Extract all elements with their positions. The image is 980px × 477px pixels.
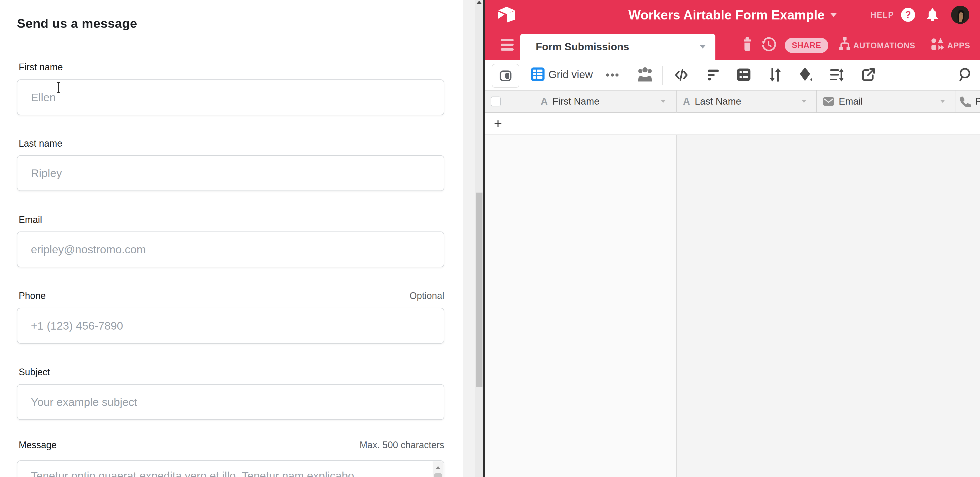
column-caret-icon[interactable] xyxy=(801,100,807,103)
phone-input[interactable] xyxy=(17,308,444,344)
hide-fields-icon[interactable] xyxy=(675,68,688,83)
menu-hamburger-icon[interactable] xyxy=(501,39,514,51)
grid-view-icon[interactable] xyxy=(531,68,544,82)
sort-icon[interactable] xyxy=(768,67,781,84)
column-header-email[interactable]: Email xyxy=(823,90,863,113)
page-gutter xyxy=(463,0,475,477)
history-icon[interactable] xyxy=(761,37,776,54)
column-header-first-name[interactable]: A First Name xyxy=(541,90,599,113)
filter-icon[interactable] xyxy=(706,68,720,83)
column-caret-icon[interactable] xyxy=(660,100,666,103)
collaborators-icon[interactable] xyxy=(637,67,653,85)
help-button[interactable]: HELP xyxy=(870,10,894,20)
window-divider xyxy=(483,0,485,477)
email-label: Email xyxy=(19,214,42,225)
message-charlimit-note: Max. 500 characters xyxy=(360,440,444,450)
apps-button[interactable]: APPS xyxy=(947,41,970,50)
email-field-type-icon xyxy=(823,97,834,106)
phone-label: Phone xyxy=(19,290,46,301)
row-height-icon[interactable] xyxy=(829,68,844,83)
email-input[interactable] xyxy=(17,231,444,267)
tab-caret-icon xyxy=(700,45,706,49)
text-field-type-icon: A xyxy=(541,96,548,107)
column-divider xyxy=(676,135,677,477)
grid-view-label[interactable]: Grid view xyxy=(549,68,593,81)
message-textarea[interactable] xyxy=(17,460,444,477)
phone-optional-note: Optional xyxy=(409,290,444,301)
base-title[interactable]: Workers Airtable Form Example xyxy=(628,8,825,22)
column-header-last-name[interactable]: A Last Name xyxy=(683,90,741,113)
text-field-type-icon: A xyxy=(683,96,690,107)
contact-form-pane: Send us a message First name Last name E… xyxy=(0,0,463,477)
help-circle-icon[interactable]: ? xyxy=(901,8,915,22)
tab-label: Form Submissions xyxy=(536,41,629,53)
grid-body-left xyxy=(485,135,676,477)
column-divider[interactable] xyxy=(816,90,817,113)
column-divider[interactable] xyxy=(956,90,956,113)
user-avatar[interactable] xyxy=(951,6,969,24)
trash-icon[interactable] xyxy=(741,37,754,54)
phone-field-type-icon xyxy=(959,96,970,107)
last-name-input[interactable] xyxy=(17,155,444,191)
add-row[interactable]: + xyxy=(485,113,980,135)
form-scrollbar-up-icon[interactable] xyxy=(476,1,482,4)
base-title-caret-icon xyxy=(830,13,837,17)
automations-icon[interactable] xyxy=(838,36,851,54)
view-options-ellipsis-icon[interactable] xyxy=(605,72,622,79)
first-name-label: First name xyxy=(19,62,63,73)
notifications-bell-icon[interactable] xyxy=(926,7,939,23)
add-row-plus-icon[interactable]: + xyxy=(494,117,502,130)
grid-body-right xyxy=(677,135,980,477)
apps-icon[interactable] xyxy=(931,37,945,54)
last-name-label: Last name xyxy=(19,138,62,149)
column-header-phone[interactable]: Phone xyxy=(959,90,980,113)
message-scrollbar-up-icon[interactable] xyxy=(436,466,441,469)
form-title: Send us a message xyxy=(17,16,137,31)
subject-input[interactable] xyxy=(17,384,444,420)
share-view-icon[interactable] xyxy=(862,68,876,83)
form-scrollbar-thumb[interactable] xyxy=(476,193,482,387)
tab-form-submissions[interactable]: Form Submissions xyxy=(520,34,715,60)
automations-button[interactable]: AUTOMATIONS xyxy=(853,41,915,50)
column-caret-icon[interactable] xyxy=(940,100,945,103)
toolbar-divider xyxy=(662,66,663,85)
search-icon[interactable] xyxy=(957,67,972,83)
message-scrollbar-thumb[interactable] xyxy=(434,473,442,477)
color-icon[interactable] xyxy=(799,67,813,84)
subject-label: Subject xyxy=(19,367,50,377)
group-icon[interactable] xyxy=(737,68,751,82)
text-cursor-icon xyxy=(57,82,60,93)
message-label: Message xyxy=(19,440,57,450)
first-name-input[interactable] xyxy=(17,79,444,115)
share-button[interactable]: SHARE xyxy=(785,38,828,53)
view-sidebar-toggle-button[interactable] xyxy=(492,64,519,88)
select-all-checkbox[interactable] xyxy=(491,97,501,106)
